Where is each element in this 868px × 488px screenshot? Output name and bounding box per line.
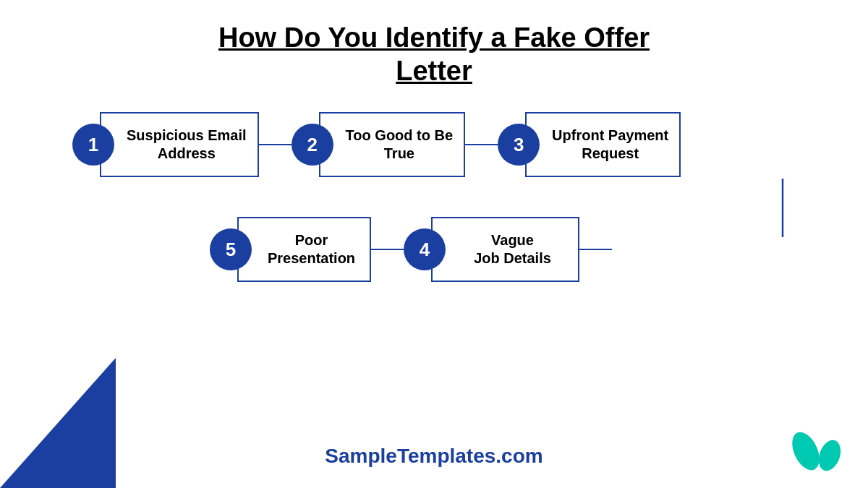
row1: 1 Suspicious EmailAddress 2 Too Good to …	[72, 112, 825, 177]
circle-4: 4	[404, 228, 446, 270]
connector-1-2	[259, 144, 292, 146]
svg-point-2	[814, 437, 844, 474]
flow-item-2: 2 Too Good to BeTrue	[292, 112, 466, 177]
circle-2: 2	[292, 124, 333, 166]
circle-5: 5	[210, 228, 252, 270]
flow-item-4: 4 VagueJob Details	[404, 217, 612, 282]
flow-item-5: 5 PoorPresentation	[210, 217, 371, 282]
connector-5-4	[371, 249, 404, 251]
teal-leaves-decoration	[790, 428, 848, 475]
circle-3: 3	[498, 124, 540, 166]
box-3: Upfront PaymentRequest	[525, 112, 681, 177]
box-1: Suspicious EmailAddress	[100, 112, 259, 177]
flow-item-3: 3 Upfront PaymentRequest	[498, 112, 681, 177]
leaves-svg	[790, 428, 848, 475]
box-2: Too Good to BeTrue	[319, 112, 466, 177]
flow-diagram: 1 Suspicious EmailAddress 2 Too Good to …	[43, 112, 825, 282]
row2: 5 PoorPresentation 4 VagueJob Details	[210, 217, 825, 282]
box-4: VagueJob Details	[431, 217, 579, 282]
svg-point-1	[790, 428, 825, 474]
page-title: How Do You Identify a Fake Offer Letter	[0, 0, 868, 87]
blue-triangle-decoration	[0, 358, 116, 488]
flow-item-1: 1 Suspicious EmailAddress	[72, 112, 259, 177]
circle-1: 1	[72, 124, 114, 166]
watermark: SampleTemplates.com	[325, 445, 542, 468]
box-5: PoorPresentation	[237, 217, 371, 282]
connector-2-3	[465, 144, 498, 146]
connector-4-right	[579, 249, 612, 251]
